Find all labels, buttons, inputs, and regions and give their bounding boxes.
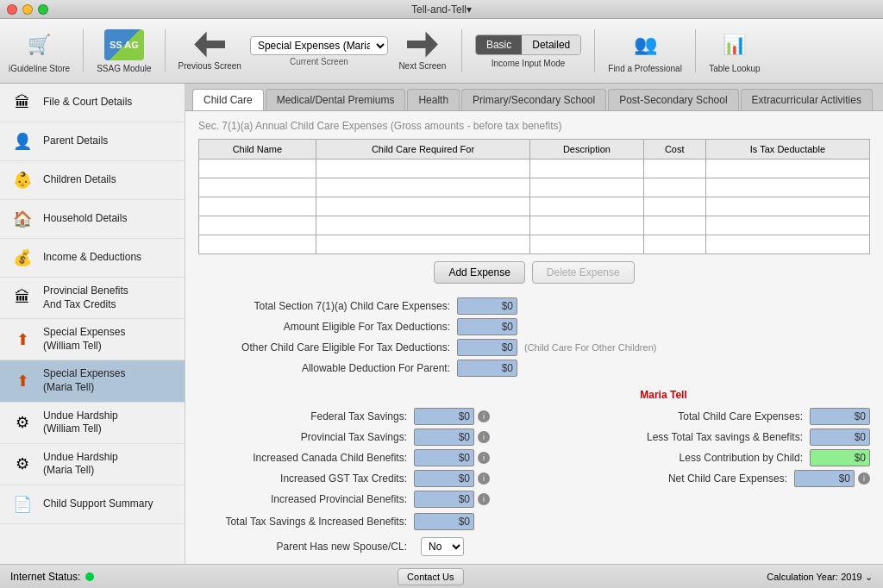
window-controls[interactable] — [7, 4, 48, 15]
minimize-button[interactable] — [22, 4, 33, 15]
provincial-benefits-value[interactable]: $0 — [414, 491, 474, 508]
right-net-child-care-row: Net Child Care Expenses: $0 i — [594, 470, 870, 487]
sidebar-item-file-court[interactable]: 🏛 File & Court Details — [0, 84, 185, 122]
other-child-care-label: Other Child Care Eligible For Tax Deduct… — [198, 341, 457, 353]
maximize-button[interactable] — [38, 4, 48, 15]
gst-credits-info-icon[interactable]: i — [478, 472, 490, 485]
toolbar-divider-5 — [695, 29, 696, 72]
tab-post-secondary[interactable]: Post-Secondary School — [608, 89, 738, 110]
gst-credits-value[interactable]: $0 — [414, 470, 474, 487]
form-section: Total Section 7(1)(a) Child Care Expense… — [198, 294, 870, 384]
canada-child-row: Increased Canada Child Benefits: $0 i — [198, 449, 586, 466]
empty-row-4 — [199, 216, 870, 235]
main-layout: 🏛 File & Court Details 👤 Parent Details … — [0, 84, 883, 564]
sidebar-item-hardship-maria[interactable]: ⚙ Undue Hardship(Maria Tell) — [0, 444, 185, 485]
right-total-child-care-value[interactable]: $0 — [810, 408, 870, 425]
children-icon: 👶 — [10, 168, 34, 192]
provincial-benefits-info-icon[interactable]: i — [478, 493, 490, 505]
right-less-contribution-value[interactable]: $0 — [810, 449, 870, 466]
calc-year-label: Calculation Year: — [767, 572, 838, 582]
sidebar-item-provincial[interactable]: 🏛 Provincial BenefitsAnd Tax Credits — [0, 278, 185, 319]
sidebar-item-children[interactable]: 👶 Children Details — [0, 161, 185, 200]
sidebar-item-hardship-william[interactable]: ⚙ Undue Hardship(William Tell) — [0, 403, 185, 444]
right-less-total-tax-value[interactable]: $0 — [810, 428, 870, 446]
total-tax-savings-value[interactable]: $0 — [414, 513, 474, 530]
right-less-contribution-label: Less Contribution by Child: — [679, 452, 810, 464]
close-button[interactable] — [7, 4, 17, 15]
toolbar-divider-3 — [461, 29, 462, 72]
tab-extracurricular[interactable]: Extracurricular Activities — [741, 89, 873, 110]
sidebar-item-income[interactable]: 💰 Income & Deductions — [0, 239, 185, 278]
section-header: Sec. 7(1)(a) Annual Child Care Expenses … — [198, 120, 870, 132]
tab-health[interactable]: Health — [407, 89, 460, 110]
status-left: Internet Status: — [10, 571, 94, 583]
toolbar-divider-4 — [594, 29, 595, 72]
toolbar-store[interactable]: 🛒 iGuideline Store — [9, 29, 70, 73]
child-support-icon: 📄 — [10, 492, 34, 516]
calc-year-spinner[interactable]: ⌄ — [865, 572, 873, 582]
contact-us-button[interactable]: Contact Us — [398, 568, 463, 585]
toolbar-next[interactable]: Next Screen — [397, 32, 448, 71]
total-child-care-value[interactable]: $0 — [457, 297, 517, 315]
expense-table: Child Name Child Care Required For Descr… — [198, 139, 870, 254]
mode-basic-button[interactable]: Basic — [476, 35, 522, 54]
gst-credits-row: Increased GST Tax Credits: $0 i — [198, 470, 586, 487]
left-column: Federal Tax Savings: $0 i Provincial Tax… — [198, 408, 586, 556]
toolbar-find-pro[interactable]: 👥 Find a Professional — [608, 29, 682, 73]
status-center: Contact Us — [398, 568, 463, 585]
app-title-arrow: ▾ — [467, 3, 472, 16]
amount-eligible-value[interactable]: $0 — [457, 318, 517, 335]
col-description: Description — [530, 140, 643, 160]
mode-toggle[interactable]: Basic Detailed — [475, 34, 581, 55]
total-tax-savings-row: Total Tax Savings & Increased Benefits: … — [198, 513, 586, 530]
toolbar: 🛒 iGuideline Store SS AG SSAG Module Pre… — [0, 19, 883, 84]
sidebar-item-parent[interactable]: 👤 Parent Details — [0, 122, 185, 161]
tab-medical[interactable]: Medical/Dental Premiums — [266, 89, 406, 110]
other-child-care-value[interactable]: $0 — [457, 339, 517, 356]
sidebar-label-income: Income & Deductions — [43, 251, 141, 265]
expense-table-body — [199, 160, 870, 254]
provincial-tax-label: Provincial Tax Savings: — [198, 431, 414, 443]
provincial-icon: 🏛 — [10, 286, 34, 310]
toolbar-table-lookup[interactable]: 📊 Table Lookup — [709, 29, 761, 73]
right-net-child-care-value[interactable]: $0 — [794, 470, 855, 487]
toolbar-ssag[interactable]: SS AG SSAG Module — [97, 29, 151, 73]
tab-primary-school[interactable]: Primary/Secondary School — [461, 89, 606, 110]
app-title: Tell-and-Tell — [411, 3, 467, 16]
ssag-badge: SS AG — [104, 29, 144, 60]
federal-tax-value[interactable]: $0 — [414, 408, 474, 425]
canada-child-value[interactable]: $0 — [414, 449, 474, 466]
parent-spouse-select[interactable]: No Yes — [421, 537, 464, 556]
special-maria-icon: ⬆ — [10, 369, 34, 393]
sidebar-item-household[interactable]: 🏠 Household Details — [0, 200, 185, 239]
sidebar-label-hardship-william: Undue Hardship(William Tell) — [43, 410, 118, 436]
provincial-tax-value[interactable]: $0 — [414, 428, 474, 446]
tab-child-care[interactable]: Child Care — [192, 89, 264, 110]
allowable-deduction-label: Allowable Deduction For Parent: — [198, 362, 457, 374]
screen-dropdown[interactable]: Special Expenses (Maria Tell) — [250, 36, 388, 55]
sidebar-item-special-william[interactable]: ⬆ Special Expenses(William Tell) — [0, 319, 185, 360]
hardship-william-icon: ⚙ — [10, 410, 34, 435]
canada-child-info-icon[interactable]: i — [478, 452, 490, 464]
toolbar-prev[interactable]: Previous Screen — [178, 32, 241, 71]
allowable-deduction-value[interactable]: $0 — [457, 360, 517, 377]
income-icon: 💰 — [10, 246, 34, 270]
current-screen-selector[interactable]: Special Expenses (Maria Tell) Current Sc… — [250, 36, 388, 66]
provincial-tax-row: Provincial Tax Savings: $0 i — [198, 428, 586, 446]
sidebar-label-children: Children Details — [43, 173, 116, 187]
sidebar-label-hardship-maria: Undue Hardship(Maria Tell) — [43, 451, 118, 478]
sidebar-item-special-maria[interactable]: ⬆ Special Expenses(Maria Tell) — [0, 360, 185, 402]
provincial-tax-info-icon[interactable]: i — [478, 431, 490, 443]
toolbar-divider-2 — [165, 29, 166, 72]
special-william-icon: ⬆ — [10, 328, 34, 352]
add-expense-button[interactable]: Add Expense — [434, 261, 524, 284]
file-court-icon: 🏛 — [10, 91, 34, 115]
canada-child-label: Increased Canada Child Benefits: — [198, 452, 414, 464]
net-child-care-info-icon[interactable]: i — [858, 472, 870, 485]
mode-detailed-button[interactable]: Detailed — [522, 35, 580, 54]
parent-icon: 👤 — [10, 129, 34, 153]
sidebar-item-child-support[interactable]: 📄 Child Support Summary — [0, 485, 185, 524]
federal-tax-info-icon[interactable]: i — [478, 410, 490, 422]
hardship-maria-icon: ⚙ — [10, 452, 34, 476]
delete-expense-button[interactable]: Delete Expense — [532, 261, 635, 284]
